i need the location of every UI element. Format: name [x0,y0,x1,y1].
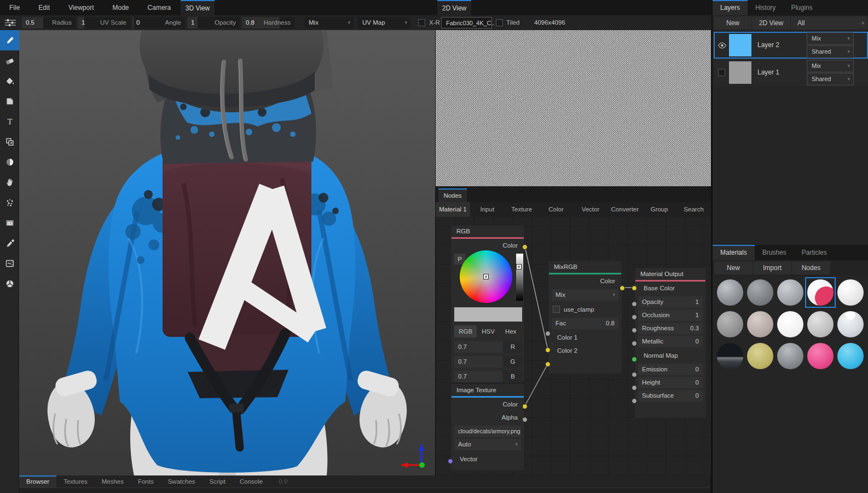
layer-2-thumbnail[interactable] [729,34,751,56]
node-image-texture[interactable]: Image Texture Color Alpha cloud/decals/a… [450,383,525,471]
radius-slider[interactable]: 0.5 Radius [22,17,76,28]
node-cat-color[interactable]: Color [539,202,574,217]
material-sphere-2[interactable] [746,278,774,307]
image-interpolation-dropdown[interactable]: Auto▾ [454,439,521,450]
menu-file[interactable]: File [0,0,29,15]
output-subsurface-socket[interactable] [632,398,637,404]
menu-viewport[interactable]: Viewport [59,0,103,15]
angle-slider[interactable]: 0 Angle [132,17,185,28]
layer-2-object-dropdown[interactable]: Shared▾ [807,45,854,58]
material-sphere-9[interactable] [806,310,835,339]
node-cat-vector[interactable]: Vector [574,202,608,217]
import-material-button[interactable]: Import [753,261,791,274]
output-subsurface-row[interactable]: Subsurface0 [638,390,703,402]
value-slider[interactable] [516,254,523,301]
material-sphere-7[interactable] [746,310,774,339]
material-sphere-13[interactable] [776,342,805,370]
node-cat-group[interactable]: Group [642,202,676,217]
mix-color2-input-socket[interactable] [545,362,551,367]
layer-1-thumbnail[interactable] [729,61,751,84]
output-roughness-socket[interactable] [632,328,637,333]
viewport-3d[interactable] [19,30,435,475]
node-cat-material[interactable]: Material 1 [436,202,470,217]
output-height-row[interactable]: Height0 [638,377,703,388]
blur-tool-button[interactable] [0,152,19,172]
tab-fonts[interactable]: Fonts [131,475,161,488]
clone-tool-button[interactable] [0,131,19,152]
material-sphere-12[interactable] [746,342,774,370]
gizmo-tool-button[interactable] [0,273,19,294]
output-occlusion-socket[interactable] [632,314,637,320]
image-path-field[interactable]: cloud/decals/armory.png [454,426,521,437]
layer-1-name[interactable]: Layer 1 [757,59,779,86]
mix-fac-field[interactable]: Fac0.8 [552,318,618,329]
use-clamp-checkbox[interactable] [553,306,560,313]
node-editor-canvas[interactable]: RGB Color P RGB HSV Hex 0.7R [436,217,711,475]
tiled-checkbox[interactable] [496,19,503,26]
layer-1-blend-dropdown[interactable]: Mix▾ [807,60,854,72]
tab-textures[interactable]: Textures [56,475,94,488]
smudge-tool-button[interactable] [0,172,19,192]
menu-edit[interactable]: Edit [29,0,59,15]
mode-hex[interactable]: Hex [500,325,522,337]
toolbar-settings-icon[interactable] [4,18,16,27]
uv-map-dropdown[interactable]: UV Map▾ [358,17,410,28]
output-metallic-socket[interactable] [632,341,637,346]
tab-plugins[interactable]: Plugins [783,0,820,15]
menu-mode[interactable]: Mode [103,0,138,15]
image-alpha-output-socket[interactable] [522,417,528,422]
new-material-button[interactable]: New [714,261,753,274]
layer-row-2[interactable]: Layer 2 Mix▾ Shared▾ [714,32,868,59]
output-emission-socket[interactable] [632,372,637,377]
output-occlusion-row[interactable]: Occlusion1 [638,309,703,321]
channel-g-row[interactable]: 0.7G [454,356,522,368]
material-sphere-4-selected[interactable] [806,278,835,307]
xray-checkbox[interactable] [418,19,425,26]
channel-b-row[interactable]: 0.7B [454,371,522,382]
tab-nodes[interactable]: Nodes [438,188,467,202]
layer-filter-dropdown[interactable]: All▾ [791,16,867,30]
brush-tool-button[interactable] [0,30,19,50]
node-cat-texture[interactable]: Texture [505,202,539,217]
material-sphere-8[interactable] [776,310,805,339]
node-mixrgb[interactable]: MixRGB Color Mix▾ use_clamp Fac0.8 Color… [548,260,622,374]
mode-hsv[interactable]: HSV [477,325,499,337]
tab-console[interactable]: Console [233,475,270,488]
output-normal-socket[interactable] [632,357,637,362]
output-opacity-row[interactable]: Opacity1 [638,296,703,308]
output-metallic-row[interactable]: Metallic0 [638,336,703,347]
opacity-slider[interactable]: 1 Opacity [187,17,240,28]
layer-2-blend-dropdown[interactable]: Mix▾ [807,32,854,45]
decal-tool-button[interactable] [0,91,19,111]
tab-2d-view[interactable]: 2D View [437,0,471,15]
material-sphere-15[interactable] [836,342,865,370]
blend-mode-dropdown[interactable]: Mix▾ [304,17,354,28]
node-cat-input[interactable]: Input [470,202,505,217]
color-wheel[interactable] [460,250,512,303]
rgb-color-output-socket[interactable] [522,244,528,250]
image-vector-input-socket[interactable] [448,458,453,464]
output-emission-row[interactable]: Emission0 [638,364,703,375]
tab-meshes[interactable]: Meshes [95,475,131,488]
tab-layers[interactable]: Layers [713,0,748,15]
node-rgb[interactable]: RGB Color P RGB HSV Hex 0.7R [450,225,525,382]
tab-particles[interactable]: Particles [794,245,835,260]
material-sphere-5[interactable] [836,278,865,307]
tab-script[interactable]: Script [202,475,233,488]
tab-browser[interactable]: Browser [19,475,56,488]
output-height-socket[interactable] [632,385,637,391]
tab-history[interactable]: History [748,0,783,15]
uv-scale-slider[interactable]: 1 UV Scale [78,17,130,28]
layer-row-1[interactable]: Layer 1 Mix▾ Shared▾ [714,59,868,86]
text-tool-button[interactable]: T [0,111,19,131]
menu-camera[interactable]: Camera [138,0,181,15]
layer-1-object-dropdown[interactable]: Shared▾ [807,73,854,85]
fill-tool-button[interactable] [0,71,19,91]
colorid-tool-button[interactable]: ID [0,213,19,233]
layers-2d-view-button[interactable]: 2D View [752,16,790,30]
layer-1-visibility-checkbox[interactable] [718,69,725,76]
picker-tool-button[interactable] [0,233,19,253]
material-sphere-6[interactable] [716,310,744,339]
eraser-tool-button[interactable] [0,50,19,71]
material-sphere-14[interactable] [806,342,835,370]
